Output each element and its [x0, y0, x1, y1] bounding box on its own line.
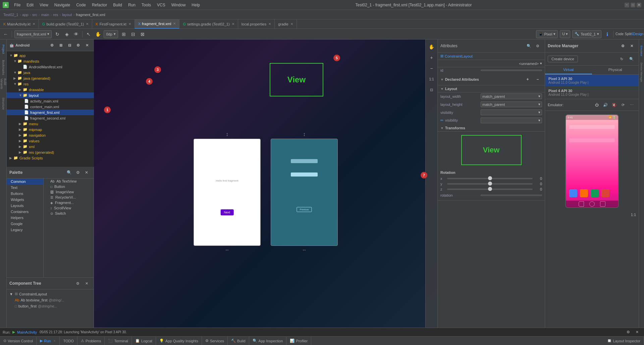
tree-app[interactable]: ▼ 📁 app: [7, 53, 94, 58]
tab-close-icon[interactable]: ✕: [268, 22, 271, 26]
tab-settings-gradle[interactable]: G settings.gradle (Test02_1) ✕: [179, 19, 238, 29]
tree-fragment-second[interactable]: 📄 fragment_second.xml: [7, 115, 94, 121]
create-device-button[interactable]: Create device: [548, 56, 578, 62]
menu-edit[interactable]: Edit: [24, 2, 36, 8]
tree-close-icon[interactable]: ✕: [83, 41, 91, 50]
align-button[interactable]: ⊟: [129, 30, 138, 39]
pan-button[interactable]: ✋: [94, 30, 102, 39]
palette-item-imageview[interactable]: 🖼 ImageView: [44, 189, 94, 195]
btn-version-control[interactable]: ⊙ Version Control: [0, 337, 37, 345]
filename-dropdown[interactable]: fragment_first.xml ▾: [14, 30, 52, 38]
comp-tree-constraintlayout[interactable]: ▼ ⊞ ConstraintLayout: [7, 291, 94, 297]
tab-gradle[interactable]: gradle ✕: [275, 19, 297, 29]
bookmarks-tab[interactable]: Bookmarks: [0, 59, 6, 76]
split-mode-button[interactable]: Split 6: [625, 30, 633, 39]
project-tab[interactable]: Project: [0, 41, 6, 58]
tree-layout[interactable]: ▼ 📁 layout: [7, 92, 94, 98]
menu-help[interactable]: Help: [189, 2, 203, 8]
tree-drawable[interactable]: ▶ 📁 drawable: [7, 87, 94, 92]
structure-tab[interactable]: Structure: [0, 95, 6, 112]
back-button[interactable]: ←: [1, 30, 10, 39]
menu-navigate[interactable]: Navigate: [52, 2, 73, 8]
api-dropdown[interactable]: U ▾: [560, 30, 570, 38]
menu-run[interactable]: Run: [125, 2, 138, 8]
y-slider[interactable]: [447, 183, 533, 185]
emu-power-icon[interactable]: ⏻: [592, 100, 601, 109]
breadcrumb-item[interactable]: Test02_1: [3, 13, 18, 17]
offset-dropdown[interactable]: 0dp ▾: [104, 30, 118, 38]
menu-code[interactable]: Code: [73, 2, 89, 8]
tree-xml[interactable]: ▶ 📁 xml: [7, 144, 94, 149]
tree-manifests[interactable]: ▼ 📁 manifests: [7, 58, 94, 64]
breadcrumb-item[interactable]: res: [53, 13, 58, 17]
palette-search-icon[interactable]: 🔍: [65, 168, 73, 177]
attr-search-icon[interactable]: 🔍: [525, 42, 533, 50]
hand-tool-button[interactable]: ✋: [427, 42, 436, 52]
attr-unnamed-dropdown[interactable]: <unnamed> ▾: [438, 60, 545, 67]
palette-section-helpers[interactable]: Helpers: [7, 215, 43, 221]
emu-more-icon[interactable]: ⋯: [627, 100, 636, 109]
device-dropdown[interactable]: 📱 Pixel ▾: [536, 30, 558, 38]
palette-section-text[interactable]: Text: [7, 185, 43, 191]
tab-mainactivity[interactable]: K MainActivity.kt ✕: [0, 19, 39, 29]
palette-item-scrollview[interactable]: ↕ ScrollView: [44, 205, 94, 211]
breadcrumb-item[interactable]: src: [32, 13, 37, 17]
tab-firstfragment[interactable]: K FirstFragment.kt ✕: [92, 19, 135, 29]
tree-java-generated[interactable]: ▶ 📁 java (generated): [7, 75, 94, 81]
breadcrumb-item[interactable]: layout: [62, 13, 72, 17]
tree-java[interactable]: ▼ 📁 java: [7, 70, 94, 75]
fit-to-screen-button[interactable]: 1:1: [427, 74, 436, 84]
palette-close-icon[interactable]: ✕: [82, 168, 91, 177]
palette-item-switch[interactable]: ⊙ Switch: [44, 211, 94, 216]
refresh-button[interactable]: ↻: [53, 30, 62, 39]
zoom-in-button[interactable]: +: [427, 53, 436, 62]
btn-build[interactable]: 🔨 Build: [228, 337, 249, 345]
device-pixel3[interactable]: Pixel 3 API 30 Android 11.0 Google Play …: [545, 75, 639, 87]
breadcrumb-item[interactable]: app: [22, 13, 28, 17]
dm-search-icon[interactable]: 🔍: [627, 55, 636, 63]
menu-window[interactable]: Window: [169, 2, 189, 8]
emu-mic-icon[interactable]: 🔇: [610, 100, 619, 109]
tree-content-main[interactable]: 📄 content_main.xml: [7, 104, 94, 110]
remove-attr-button[interactable]: −: [533, 75, 542, 84]
tree-activity-main[interactable]: 📄 activity_main.xml: [7, 98, 94, 104]
breadcrumb-item[interactable]: main: [41, 13, 49, 17]
palette-section-buttons[interactable]: Buttons: [7, 191, 43, 197]
menu-build[interactable]: Build: [110, 2, 125, 8]
palette-settings-icon[interactable]: ⚙: [73, 168, 82, 177]
palette-section-google[interactable]: Google: [7, 221, 43, 227]
declared-attrs-section[interactable]: ▼ Declared Attributes + −: [438, 74, 545, 85]
tab-close-icon[interactable]: ✕: [33, 22, 35, 26]
tree-gradle-scripts[interactable]: ▶ 📁 Gradle Scripts: [7, 155, 94, 161]
breadcrumb-current[interactable]: fragment_first.xml: [76, 13, 105, 17]
palette-item-recyclerview[interactable]: ☰ RecyclerVi...: [44, 195, 94, 200]
device-manager-tab[interactable]: Device Manager: [639, 62, 644, 82]
maximize-button[interactable]: □: [631, 3, 635, 7]
dm-refresh-icon[interactable]: ↻: [617, 55, 626, 63]
menu-vcs[interactable]: VCS: [154, 2, 168, 8]
tree-fragment-first[interactable]: 📄 fragment_first.xml: [7, 110, 94, 115]
btn-app-quality[interactable]: 💡 App Quality Insights: [156, 337, 202, 345]
dm-settings-icon[interactable]: ⚙: [619, 42, 627, 50]
menu-view[interactable]: View: [37, 2, 51, 8]
palette-section-legacy[interactable]: Legacy: [7, 227, 43, 233]
zoom-out-button[interactable]: −: [427, 64, 436, 73]
run-close-icon[interactable]: ✕: [633, 328, 641, 337]
emu-home-btn[interactable]: [589, 201, 595, 207]
tree-expand-icon[interactable]: ⊞: [56, 41, 65, 50]
visibility-dropdown-1[interactable]: ▾: [481, 110, 542, 115]
z-slider-thumb[interactable]: [488, 187, 492, 191]
eye-button[interactable]: 👁: [72, 30, 80, 39]
tree-collapse-icon[interactable]: ⊟: [65, 41, 74, 50]
code-mode-button[interactable]: Code: [615, 30, 624, 39]
btn-todo[interactable]: TODO: [60, 337, 77, 345]
tree-values[interactable]: ▶ 📁 values: [7, 138, 94, 144]
tree-menu[interactable]: ▶ 📁 menu: [7, 121, 94, 127]
run-settings-icon[interactable]: ⚙: [624, 328, 633, 337]
project-dropdown[interactable]: 🔧 Test02_1 ▾: [572, 30, 601, 38]
emu-recent-btn[interactable]: [600, 201, 605, 207]
info-button[interactable]: ℹ: [603, 30, 611, 39]
tab-physical[interactable]: Physical: [592, 66, 639, 74]
menu-tools[interactable]: Tools: [139, 2, 154, 8]
z-slider[interactable]: [447, 189, 533, 190]
